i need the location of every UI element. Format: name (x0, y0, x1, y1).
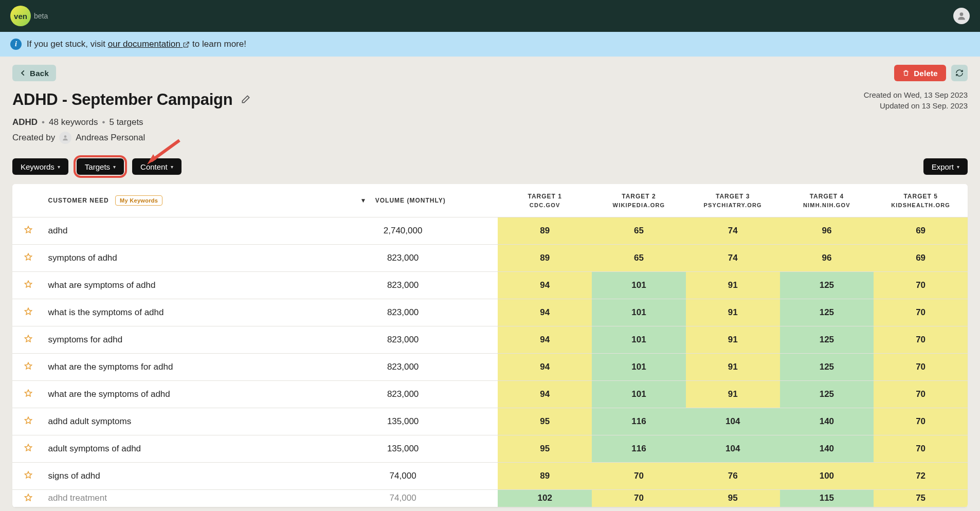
score-cell: 70 (874, 299, 968, 326)
user-icon (956, 11, 967, 21)
score-cell: 70 (874, 408, 968, 435)
col-target-5[interactable]: TARGET 5KIDSHEALTH.ORG (874, 184, 968, 217)
keyword-cell: adhd adult symptoms (44, 408, 308, 435)
targets-dropdown[interactable]: Targets▾ (77, 158, 124, 175)
score-cell: 94 (498, 271, 592, 299)
table-row[interactable]: adhd adult symptoms135,0009511610414070 (12, 408, 968, 435)
table-row[interactable]: symptons of adhd823,0008965749669 (12, 244, 968, 271)
score-cell: 70 (874, 326, 968, 353)
pencil-icon (241, 94, 251, 104)
star-button[interactable] (21, 358, 36, 375)
star-button[interactable] (21, 440, 36, 457)
col-target-2[interactable]: TARGET 2WIKIPEDIA.ORG (592, 184, 686, 217)
score-cell: 95 (686, 489, 780, 507)
table-row[interactable]: symptoms for adhd823,000941019112570 (12, 326, 968, 353)
table-row[interactable]: signs of adhd74,00089707610072 (12, 462, 968, 489)
score-cell: 101 (592, 380, 686, 408)
edit-title-button[interactable] (239, 92, 253, 108)
targets-highlight: Targets▾ (74, 155, 127, 178)
delete-button[interactable]: Delete (894, 65, 946, 81)
volume-cell: 823,000 (308, 271, 498, 299)
score-cell: 102 (498, 489, 592, 507)
star-button[interactable] (21, 249, 36, 266)
updated-on: Updated on 13 Sep. 2023 (864, 101, 968, 110)
score-cell: 96 (780, 217, 874, 244)
score-cell: 91 (686, 299, 780, 326)
star-button[interactable] (21, 304, 36, 321)
star-button[interactable] (21, 222, 36, 239)
score-cell: 91 (686, 271, 780, 299)
score-cell: 125 (780, 326, 874, 353)
volume-cell: 74,000 (308, 462, 498, 489)
info-suffix: to learn more! (190, 39, 246, 49)
col-volume[interactable]: ▼ VOLUME (MONTHLY) (308, 184, 498, 217)
score-cell: 95 (498, 435, 592, 462)
star-button[interactable] (21, 413, 36, 430)
back-button[interactable]: Back (12, 65, 56, 81)
table-row[interactable]: adult symptoms of adhd135,00095116104140… (12, 435, 968, 462)
documentation-link[interactable]: our documentation (108, 39, 190, 49)
svg-point-1 (64, 135, 67, 138)
score-cell: 74 (686, 244, 780, 271)
volume-cell: 823,000 (308, 299, 498, 326)
score-cell: 115 (780, 489, 874, 507)
star-button[interactable] (21, 386, 36, 403)
table-row[interactable]: what is the symptoms of adhd823,00094101… (12, 299, 968, 326)
keywords-table: CUSTOMER NEED My Keywords ▼ VOLUME (MONT… (12, 184, 968, 507)
table-row[interactable]: adhd2,740,0008965749669 (12, 217, 968, 244)
score-cell: 104 (686, 435, 780, 462)
target-count: 5 targets (109, 117, 143, 127)
info-banner: i If you get stuck, visit our documentat… (0, 32, 980, 57)
score-cell: 70 (874, 435, 968, 462)
score-cell: 69 (874, 244, 968, 271)
author-name: Andreas Personal (76, 133, 145, 143)
sort-desc-icon: ▼ (360, 197, 367, 204)
col-customer-need[interactable]: CUSTOMER NEED My Keywords (44, 184, 308, 217)
logo[interactable]: ven beta (10, 6, 48, 26)
col-target-4[interactable]: TARGET 4NIMH.NIH.GOV (780, 184, 874, 217)
score-cell: 65 (592, 244, 686, 271)
score-cell: 70 (874, 353, 968, 380)
user-avatar[interactable] (953, 8, 970, 24)
score-cell: 91 (686, 326, 780, 353)
score-cell: 74 (686, 217, 780, 244)
score-cell: 94 (498, 353, 592, 380)
table-row[interactable]: what are the symptoms of adhd823,0009410… (12, 380, 968, 408)
table-row[interactable]: what are symptoms of adhd823,00094101911… (12, 271, 968, 299)
star-button[interactable] (21, 490, 36, 507)
subtitle: ADHD • 48 keywords • 5 targets (12, 117, 968, 127)
volume-cell: 823,000 (308, 326, 498, 353)
logo-badge: ven (10, 6, 31, 26)
export-dropdown[interactable]: Export▾ (923, 158, 968, 175)
volume-cell: 823,000 (308, 380, 498, 408)
score-cell: 101 (592, 271, 686, 299)
volume-cell: 135,000 (308, 408, 498, 435)
trash-icon (902, 69, 910, 77)
score-cell: 91 (686, 380, 780, 408)
score-cell: 72 (874, 462, 968, 489)
star-button[interactable] (21, 467, 36, 484)
score-cell: 125 (780, 271, 874, 299)
star-button[interactable] (21, 277, 36, 294)
refresh-button[interactable] (951, 65, 968, 81)
keyword-cell: signs of adhd (44, 462, 308, 489)
score-cell: 125 (780, 299, 874, 326)
score-cell: 104 (686, 408, 780, 435)
chevron-down-icon: ▾ (957, 164, 959, 170)
score-cell: 125 (780, 353, 874, 380)
keyword-cell: adult symptoms of adhd (44, 435, 308, 462)
star-button[interactable] (21, 331, 36, 348)
top-navbar: ven beta (0, 0, 980, 32)
col-target-1[interactable]: TARGET 1CDC.GOV (498, 184, 592, 217)
score-cell: 101 (592, 299, 686, 326)
score-cell: 70 (592, 462, 686, 489)
score-cell: 89 (498, 217, 592, 244)
page-title: ADHD - September Campaign (12, 90, 232, 109)
col-target-3[interactable]: TARGET 3PSYCHIATRY.ORG (686, 184, 780, 217)
keywords-dropdown[interactable]: Keywords▾ (12, 158, 68, 175)
score-cell: 89 (498, 462, 592, 489)
my-keywords-badge[interactable]: My Keywords (115, 195, 162, 206)
keyword-cell: what are the symptoms for adhd (44, 353, 308, 380)
table-row[interactable]: what are the symptoms for adhd823,000941… (12, 353, 968, 380)
table-row[interactable]: adhd treatment74,000102709511575 (12, 489, 968, 507)
